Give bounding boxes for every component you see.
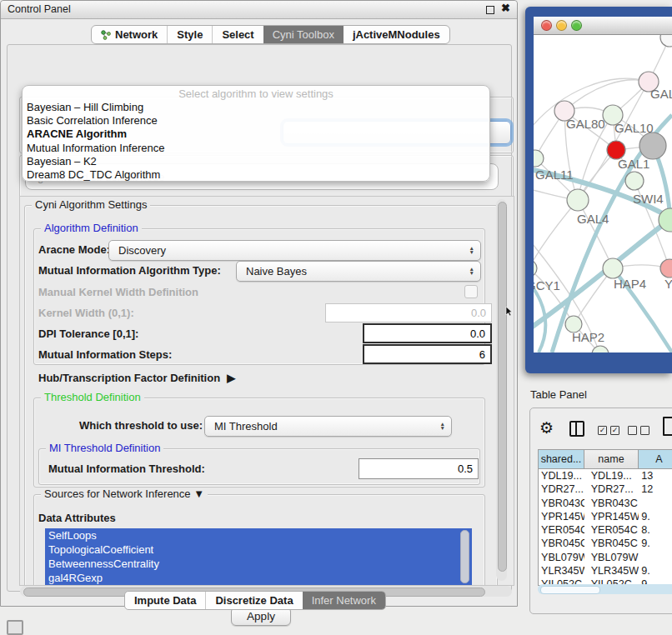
table-column-header-shared[interactable]: shared...	[539, 450, 584, 469]
data-attribute-item[interactable]: gal4RGexp	[45, 571, 472, 585]
bottom-tab-infer-network[interactable]: Infer Network	[303, 592, 385, 609]
dock-panel-icon[interactable]	[7, 620, 23, 635]
columns-icon[interactable]	[569, 421, 584, 437]
kernel-width-field[interactable]	[325, 303, 492, 322]
minimize-traffic-light[interactable]	[556, 20, 567, 31]
table-cell: YDL19...	[539, 469, 584, 482]
gear-icon[interactable]: ⚙	[539, 418, 554, 438]
table-cell: YLR345W	[584, 564, 639, 578]
data-attributes-list: SelfLoopsTopologicalCoefficientBetweenne…	[45, 528, 472, 585]
data-attributes-label: Data Attributes	[38, 512, 116, 524]
table-row[interactable]: YBR043CYBR043C	[539, 497, 672, 510]
network-node-gray-node[interactable]	[639, 132, 666, 159]
network-node-label: Y	[664, 277, 672, 291]
network-canvas-svg: GALGAL80GAL10GAL1GAL11SWI4GAL4HAP4YGCY1H…	[534, 35, 672, 352]
table-row[interactable]: YLR345WYLR345W9.	[539, 564, 672, 578]
table-column-header-name[interactable]: name	[584, 450, 639, 469]
attributes-list-scrollbar[interactable]	[460, 530, 469, 583]
tab-select[interactable]: Select	[212, 26, 263, 43]
tab-jactivemnodules[interactable]: jActiveMNodules	[344, 26, 449, 43]
bottom-tab-discretize-data[interactable]: Discretize Data	[205, 592, 302, 609]
algorithm-popup-item[interactable]: Dream8 DC_TDC Algorithm	[23, 168, 489, 182]
settings-scrollpane: Cyni Algorithm Settings Algorithm Defini…	[19, 196, 514, 586]
table-row[interactable]: YDR27...YDR27...12	[539, 482, 672, 496]
network-edge[interactable]	[534, 200, 578, 268]
mi-threshold-field[interactable]	[359, 458, 479, 479]
network-edge[interactable]	[564, 80, 649, 111]
deselect-all-checks-icon[interactable]	[628, 426, 649, 435]
table-row[interactable]: YBR045CYBR045C9.	[539, 537, 672, 550]
table-cell: YBR043C	[539, 497, 584, 510]
settings-vertical-scrollbar-thumb[interactable]	[498, 202, 507, 572]
settings-vertical-scrollbar[interactable]	[496, 199, 507, 581]
which-threshold-label: Which threshold to use:	[79, 419, 203, 432]
float-window-icon[interactable]	[486, 6, 494, 14]
which-threshold-combo[interactable]: MI Threshold ▲▼	[204, 416, 452, 437]
sources-group-title: Sources for Network Inference ▼	[41, 488, 208, 500]
network-node-label: GAL	[650, 87, 672, 101]
table-row[interactable]: YPR145WYPR145W9.	[539, 510, 672, 523]
aracne-mode-value: Discovery	[118, 244, 166, 257]
document-icon[interactable]	[663, 417, 672, 436]
algorithm-popup-item[interactable]: Mutual Information Inference	[23, 142, 489, 155]
tab-cyni-toolbox[interactable]: Cyni Toolbox	[263, 26, 344, 43]
close-traffic-light[interactable]	[541, 20, 552, 31]
mi-steps-label: Mutual Information Steps:	[38, 348, 172, 361]
algorithm-popup-item[interactable]: ARACNE Algorithm	[23, 128, 489, 141]
network-node-label: GAL1	[618, 157, 649, 171]
network-node-gal4[interactable]	[567, 189, 589, 211]
stepper-arrows-icon: ▲▼	[469, 246, 474, 255]
stepper-arrows-icon: ▲▼	[440, 422, 445, 431]
network-canvas[interactable]: GALGAL80GAL10GAL1GAL11SWI4GAL4HAP4YGCY1H…	[534, 35, 672, 352]
bottom-tab-impute-data[interactable]: Impute Data	[125, 592, 205, 609]
table-horizontal-scrollbar-thumb[interactable]	[540, 586, 600, 594]
network-node-label: GAL10	[614, 121, 654, 135]
table-panel-title: Table Panel	[530, 388, 587, 401]
network-node-label: GCY1	[534, 278, 560, 292]
table-row[interactable]: YBL079WYBL079W	[539, 551, 672, 564]
network-node-salmon[interactable]	[660, 259, 672, 278]
table-column-header-a[interactable]: A	[639, 450, 672, 469]
algorithm-popup-item[interactable]: Basic Correlation Inference	[23, 114, 489, 128]
tab-label: Cyni Toolbox	[273, 28, 334, 41]
collapsed-arrow-icon: ▶	[227, 372, 235, 384]
manual-kernel-checkbox[interactable]	[464, 285, 478, 298]
network-node-hap4[interactable]	[603, 258, 623, 278]
data-attribute-item[interactable]: TopologicalCoefficient	[45, 542, 472, 557]
table-row[interactable]: YDL19...YDL19...13	[539, 469, 672, 482]
expanded-arrow-icon[interactable]: ▼	[193, 488, 204, 500]
select-all-checks-icon[interactable]: ✓ ✓	[598, 426, 619, 435]
zoom-traffic-light[interactable]	[571, 20, 582, 31]
data-attribute-item[interactable]: BetweennessCentrality	[45, 557, 472, 571]
kernel-width-label: Kernel Width (0,1):	[38, 307, 134, 319]
mi-type-combo[interactable]: Naive Bayes ▲▼	[236, 261, 481, 282]
aracne-mode-combo[interactable]: Discovery ▲▼	[108, 240, 481, 261]
cyni-toolbox-panel: gal-filtered.sif default node Select alg…	[7, 44, 512, 592]
tab-label: Select	[222, 28, 253, 41]
control-panel-titlebar: Control Panel ✖	[1, 1, 517, 19]
table-horizontal-scrollbar[interactable]	[538, 584, 672, 594]
table-row[interactable]: YER054CYER054C8.	[539, 523, 672, 537]
network-node-top-partial[interactable]	[660, 35, 672, 47]
table-cell: YPR145W	[539, 510, 584, 523]
table-header-row: shared...nameA	[539, 450, 672, 469]
data-attribute-item[interactable]: SelfLoops	[45, 528, 472, 542]
network-node-label: GAL4	[577, 212, 609, 226]
hub-section-toggle[interactable]: Hub/Transcription Factor Definition▶	[38, 372, 235, 384]
algorithm-popup-item[interactable]: Bayesian – K2	[23, 155, 489, 168]
network-node-swi4[interactable]	[625, 172, 644, 190]
aracne-mode-label: Aracne Mode:	[38, 243, 110, 256]
network-node-gal11[interactable]	[534, 150, 544, 167]
table-panel-card: ⚙ ✓ ✓ shared...nameA YDL19...YDL19...13Y…	[529, 408, 672, 614]
mi-threshold-group-title: MI Threshold Definition	[46, 442, 163, 454]
table-cell	[639, 497, 672, 510]
dpi-tolerance-field[interactable]	[363, 323, 492, 343]
network-node-label: GAL80	[566, 117, 605, 131]
stepper-arrows-icon: ▲▼	[469, 267, 474, 276]
mi-steps-field[interactable]	[363, 344, 492, 364]
table-cell: YBR045C	[584, 537, 639, 550]
close-icon[interactable]: ✖	[501, 2, 510, 14]
tab-style[interactable]: Style	[167, 26, 212, 43]
algorithm-popup-item[interactable]: Bayesian – Hill Climbing	[23, 101, 489, 114]
tab-network[interactable]: Network	[92, 26, 167, 43]
